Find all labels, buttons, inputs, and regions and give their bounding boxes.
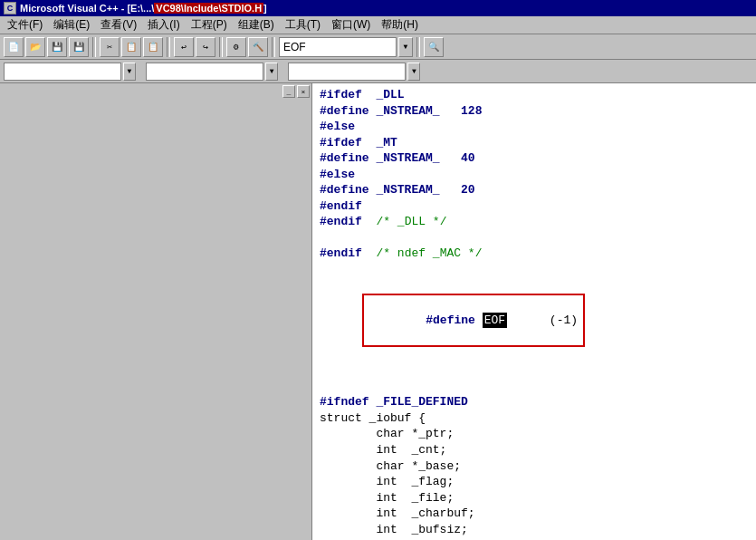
class-dropdown[interactable] (4, 63, 121, 81)
save-all-button[interactable]: 💾 (69, 37, 89, 57)
title-highlight: VC98\Include\STDIO.H (154, 3, 263, 14)
sep1 (92, 37, 96, 57)
code-line: #define _NSTREAM_ 128 (320, 103, 749, 120)
code-line: char *_base; (320, 458, 749, 475)
compile-button[interactable]: ⚙ (226, 37, 246, 57)
menu-build[interactable]: 组建(B) (233, 15, 280, 34)
undo-button[interactable]: ↩ (174, 37, 194, 57)
code-line: int _charbuf; (320, 506, 749, 522)
code-line: #ifdef _MT (320, 135, 749, 151)
new-button[interactable]: 📄 (4, 37, 24, 57)
code-line: int _bufsiz; (320, 522, 749, 538)
code-line: int _cnt; (320, 442, 749, 458)
menu-project[interactable]: 工程(P) (186, 15, 233, 34)
code-line (320, 379, 749, 395)
code-line: #ifdef _DLL (320, 87, 749, 103)
code-area[interactable]: #ifdef _DLL #define _NSTREAM_ 128 #else … (312, 83, 756, 540)
code-line: int _flag; (320, 474, 749, 490)
paste-button[interactable]: 📋 (143, 37, 163, 57)
app-icon: C (4, 2, 16, 14)
code-line (320, 362, 749, 379)
panel-minimize[interactable]: _ (282, 85, 295, 98)
code-line: #endif /* _DLL */ (320, 214, 749, 230)
toolbar-2: ▼ ▼ ▼ (0, 60, 756, 83)
code-line: char *_ptr; (320, 426, 749, 442)
search-dropdown-value: EOF (283, 41, 306, 53)
toolbar-1: 📄 📂 💾 💾 ✂ 📋 📋 ↩ ↪ ⚙ 🔨 EOF ▼ 🔍 (0, 34, 756, 60)
code-line: #endif /* ndef _MAC */ (320, 246, 749, 262)
eof-token: EOF (483, 313, 507, 329)
menu-insert[interactable]: 插入(I) (142, 15, 185, 34)
search-dropdown-arrow[interactable]: ▼ (398, 37, 413, 57)
sep4 (272, 37, 275, 57)
method-dropdown[interactable] (146, 63, 263, 81)
menu-window[interactable]: 窗口(W) (326, 15, 376, 34)
code-line: #ifndef _FILE_DEFINED (320, 394, 749, 410)
code-line: #define _NSTREAM_ 20 (320, 182, 749, 198)
save-button[interactable]: 💾 (47, 37, 67, 57)
sep2 (167, 37, 170, 57)
menu-help[interactable]: 帮助(H) (376, 15, 424, 34)
redo-button[interactable]: ↪ (196, 37, 215, 57)
open-button[interactable]: 📂 (25, 37, 45, 57)
find-button[interactable]: 🔍 (424, 37, 444, 57)
code-line: #else (320, 119, 749, 135)
main-area: _ × #ifdef _DLL #define _NSTREAM_ 128 #e… (0, 83, 756, 540)
method-dropdown-arrow[interactable]: ▼ (265, 63, 278, 81)
title-text: Microsoft Visual C++ - [E:\...\VC98\Incl… (20, 3, 267, 14)
menu-edit[interactable]: 编辑(E) (48, 15, 95, 34)
extra-dropdown[interactable] (288, 63, 406, 81)
title-bar: C Microsoft Visual C++ - [E:\...\VC98\In… (0, 0, 756, 16)
eof-define-line: #define EOF (-1) (320, 278, 749, 363)
code-line: #define _NSTREAM_ 40 (320, 150, 749, 167)
menu-view[interactable]: 查看(V) (95, 15, 142, 34)
left-panel: _ × (0, 83, 312, 540)
sep3 (219, 37, 223, 57)
menu-bar: 文件(F) 编辑(E) 查看(V) 插入(I) 工程(P) 组建(B) 工具(T… (0, 16, 756, 34)
sep5 (416, 37, 420, 57)
extra-dropdown-arrow[interactable]: ▼ (407, 63, 420, 81)
build-button[interactable]: 🔨 (248, 37, 268, 57)
code-line: struct _iobuf { (320, 410, 749, 427)
copy-button[interactable]: 📋 (121, 37, 141, 57)
menu-file[interactable]: 文件(F) (2, 15, 48, 34)
search-dropdown[interactable]: EOF (279, 37, 397, 57)
class-dropdown-arrow[interactable]: ▼ (123, 63, 136, 81)
code-line: #else (320, 167, 749, 183)
code-line: #endif (320, 198, 749, 215)
cut-button[interactable]: ✂ (100, 37, 120, 57)
code-line (320, 262, 749, 278)
menu-tools[interactable]: 工具(T) (280, 15, 326, 34)
code-line (320, 230, 749, 246)
panel-controls: _ × (282, 85, 310, 98)
panel-close[interactable]: × (297, 85, 310, 98)
code-line: int _file; (320, 490, 749, 506)
